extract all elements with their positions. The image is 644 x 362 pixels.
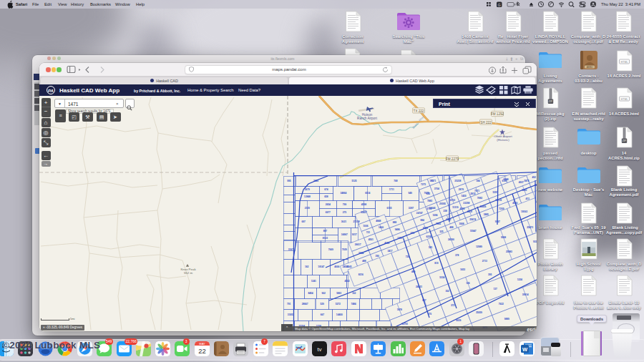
svg-text:616: 616 [411, 232, 415, 235]
svg-text:370: 370 [428, 313, 432, 315]
svg-text:13976: 13976 [397, 236, 404, 239]
svg-text:7071: 7071 [474, 189, 479, 192]
svg-text:7484: 7484 [351, 302, 356, 305]
svg-text:581: 581 [429, 246, 433, 249]
svg-text:8434: 8434 [535, 184, 537, 187]
svg-text:902: 902 [321, 291, 326, 294]
svg-text:12989: 12989 [476, 245, 482, 248]
svg-text:4501: 4501 [369, 238, 374, 241]
svg-text:34967: 34967 [341, 233, 348, 236]
svg-text:137: 137 [493, 287, 497, 290]
svg-text:488: 488 [362, 260, 366, 263]
svg-text:HTML: HTML [620, 61, 628, 64]
svg-text:10640: 10640 [429, 206, 436, 209]
svg-text:884: 884 [420, 218, 424, 221]
svg-text:372: 372 [451, 303, 455, 306]
svg-text:5334: 5334 [439, 276, 444, 279]
svg-text:ZIP: ZIP [548, 100, 552, 103]
svg-text:24747: 24747 [416, 211, 423, 214]
svg-text:(Historic): (Historic) [497, 138, 509, 142]
svg-text:658: 658 [324, 195, 328, 198]
svg-text:HTML: HTML [620, 98, 628, 101]
svg-text:4978: 4978 [467, 210, 472, 212]
svg-text:33053: 33053 [288, 313, 294, 316]
svg-text:8988: 8988 [504, 178, 509, 181]
svg-text:7209: 7209 [499, 207, 504, 210]
svg-text:1096: 1096 [432, 213, 437, 216]
svg-text:15947: 15947 [470, 230, 477, 233]
svg-text:29674: 29674 [469, 217, 476, 220]
svg-text:390: 390 [376, 255, 380, 258]
svg-text:3621: 3621 [341, 220, 346, 223]
svg-text:995: 995 [287, 180, 291, 182]
svg-text:22298: 22298 [463, 202, 469, 205]
svg-text:529: 529 [321, 302, 325, 305]
svg-text:12791: 12791 [401, 322, 408, 325]
svg-text:FM 1292: FM 1292 [491, 112, 504, 116]
svg-text:452: 452 [532, 175, 537, 178]
svg-text:9167: 9167 [495, 220, 500, 223]
svg-text:2713: 2713 [482, 260, 487, 263]
svg-text:12848: 12848 [304, 195, 311, 198]
svg-text:9486: 9486 [395, 228, 400, 231]
svg-text:552 m: 552 m [184, 270, 193, 274]
svg-text:4502: 4502 [345, 280, 350, 283]
svg-text:302: 302 [445, 290, 449, 293]
svg-text:275: 275 [343, 210, 347, 213]
svg-text:3068: 3068 [459, 222, 464, 225]
svg-text:8206: 8206 [423, 227, 428, 230]
svg-text:4130: 4130 [512, 202, 517, 205]
svg-text:9889: 9889 [504, 317, 509, 320]
svg-text:3167: 3167 [288, 248, 293, 251]
svg-text:7371: 7371 [431, 179, 436, 182]
svg-text:25883: 25883 [506, 250, 512, 253]
svg-text:887: 887 [323, 230, 328, 233]
svg-text:7622: 7622 [499, 302, 504, 305]
svg-text:9317: 9317 [352, 233, 357, 236]
svg-text:1241: 1241 [311, 280, 316, 283]
svg-text:7669: 7669 [328, 248, 333, 251]
svg-text:4848: 4848 [376, 220, 381, 222]
svg-text:1006: 1006 [363, 224, 368, 227]
svg-text:1711: 1711 [389, 188, 394, 191]
svg-text:489: 489 [411, 270, 416, 273]
svg-text:25238: 25238 [454, 179, 461, 182]
svg-text:857: 857 [422, 298, 426, 301]
svg-text:2679: 2679 [305, 188, 310, 191]
svg-text:1224: 1224 [517, 278, 522, 280]
svg-text:7883: 7883 [427, 200, 432, 202]
svg-text:4598: 4598 [361, 202, 366, 205]
svg-text:7865: 7865 [436, 222, 441, 225]
svg-text:30826: 30826 [479, 205, 486, 207]
svg-text:ZIP: ZIP [622, 140, 626, 142]
svg-text:7882: 7882 [477, 196, 482, 199]
svg-text:35427: 35427 [361, 210, 367, 213]
svg-text:5397: 5397 [493, 190, 498, 193]
svg-text:6039: 6039 [456, 318, 461, 321]
svg-text:35059: 35059 [476, 310, 482, 313]
svg-text:34864: 34864 [340, 192, 346, 195]
svg-text:697: 697 [302, 220, 306, 223]
svg-text:4937: 4937 [519, 180, 524, 183]
svg-text:24390: 24390 [448, 238, 454, 241]
svg-text:G: G [498, 3, 501, 7]
svg-text:238: 238 [444, 210, 448, 212]
svg-text:4295: 4295 [460, 207, 465, 210]
svg-text:1420: 1420 [461, 195, 466, 197]
svg-text:4006: 4006 [334, 265, 339, 268]
svg-text:3417: 3417 [388, 250, 393, 253]
svg-text:6977: 6977 [326, 210, 331, 213]
svg-text:6143: 6143 [346, 265, 351, 268]
svg-text:5875: 5875 [524, 179, 529, 182]
svg-text:ABBU: ABBU [586, 66, 592, 69]
svg-text:FM 2279: FM 2279 [446, 157, 459, 160]
svg-text:26617: 26617 [355, 243, 361, 246]
svg-text:6155: 6155 [387, 207, 392, 210]
svg-text:19563: 19563 [521, 210, 527, 212]
svg-text:395: 395 [488, 273, 492, 276]
svg-text:413: 413 [525, 197, 530, 200]
svg-text:6363: 6363 [446, 218, 451, 221]
svg-text:1878: 1878 [397, 308, 402, 310]
svg-text:4185: 4185 [384, 242, 389, 245]
svg-text:8123: 8123 [323, 237, 328, 240]
